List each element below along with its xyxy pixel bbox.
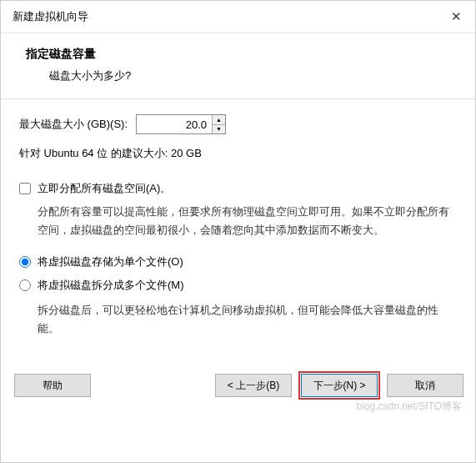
cancel-button[interactable]: 取消	[387, 374, 463, 397]
allocate-now-label: 立即分配所有磁盘空间(A)。	[38, 181, 171, 196]
back-button[interactable]: < 上一步(B)	[215, 374, 292, 397]
split-file-row[interactable]: 将虚拟磁盘拆分成多个文件(M)	[19, 278, 458, 293]
next-highlight: 下一步(N) >	[298, 371, 380, 400]
content-area: 最大磁盘大小 (GB)(S): ▲ ▼ 针对 Ubuntu 64 位 的建议大小…	[1, 99, 476, 361]
page-title: 指定磁盘容量	[26, 47, 452, 62]
spinner-up-icon[interactable]: ▲	[213, 115, 225, 125]
single-file-row[interactable]: 将虚拟磁盘存储为单个文件(O)	[19, 254, 458, 269]
page-subtitle: 磁盘大小为多少?	[26, 68, 452, 83]
single-file-label: 将虚拟磁盘存储为单个文件(O)	[38, 254, 183, 269]
allocate-description: 分配所有容量可以提高性能，但要求所有物理磁盘空间立即可用。如果不立即分配所有空间…	[19, 203, 458, 239]
spinner-down-icon[interactable]: ▼	[213, 125, 225, 134]
split-file-radio[interactable]	[19, 279, 31, 291]
recommended-size: 针对 Ubuntu 64 位 的建议大小: 20 GB	[19, 146, 458, 161]
single-file-radio[interactable]	[19, 256, 31, 268]
split-file-label: 将虚拟磁盘拆分成多个文件(M)	[38, 278, 184, 293]
window-title: 新建虚拟机向导	[13, 9, 88, 24]
allocate-now-checkbox[interactable]	[19, 183, 31, 194]
footer: 帮助 < 上一步(B) 下一步(N) > 取消	[1, 361, 476, 413]
disk-size-row: 最大磁盘大小 (GB)(S): ▲ ▼	[19, 114, 458, 134]
disk-size-input[interactable]	[137, 115, 212, 133]
disk-size-spinner[interactable]: ▲ ▼	[136, 114, 226, 134]
disk-size-label: 最大磁盘大小 (GB)(S):	[19, 117, 128, 132]
close-icon[interactable]: ✕	[446, 8, 467, 26]
split-description: 拆分磁盘后，可以更轻松地在计算机之间移动虚拟机，但可能会降低大容量磁盘的性能。	[19, 301, 458, 338]
titlebar: 新建虚拟机向导 ✕	[1, 1, 476, 33]
allocate-now-row[interactable]: 立即分配所有磁盘空间(A)。	[19, 181, 458, 196]
next-button[interactable]: 下一步(N) >	[301, 374, 378, 397]
help-button[interactable]: 帮助	[14, 374, 91, 397]
wizard-header: 指定磁盘容量 磁盘大小为多少?	[1, 33, 476, 98]
